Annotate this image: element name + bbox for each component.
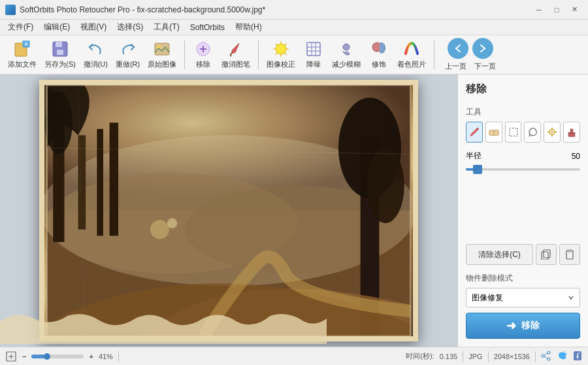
radius-label: 半径 (466, 150, 482, 162)
remove-action-button[interactable]: ➜ 移除 (466, 313, 580, 339)
stamp-tool-button[interactable] (563, 122, 580, 143)
svg-rect-40 (510, 128, 517, 136)
toolbar-separator-1 (184, 41, 185, 69)
reduce-blur-button[interactable]: 减少模糊 (329, 38, 363, 72)
photo-frame (39, 80, 418, 341)
facebook-icon[interactable] (572, 351, 583, 362)
menu-view[interactable]: 视图(V) (75, 20, 112, 34)
slider-thumb[interactable] (473, 165, 482, 174)
copy-button[interactable] (536, 244, 557, 265)
reduce-blur-icon (337, 40, 355, 58)
reduce-blur-label: 减少模糊 (332, 60, 361, 69)
menu-select[interactable]: 选择(S) (112, 20, 148, 34)
remove-button[interactable]: 移除 (190, 38, 216, 72)
menu-edit[interactable]: 编辑(E) (39, 20, 75, 34)
zoom-thumb[interactable] (44, 353, 50, 360)
toolbar-separator-3 (434, 41, 434, 69)
lasso-tool-button[interactable] (524, 122, 541, 143)
svg-rect-27 (97, 129, 103, 235)
denoise-label: 降噪 (306, 60, 321, 69)
save-as-label: 另存为(S) (44, 60, 76, 69)
tool-buttons-group (466, 122, 580, 143)
prev-page-button[interactable] (448, 38, 468, 59)
add-file-button[interactable]: + 添加文件 (5, 38, 39, 72)
remove-action-label: 移除 (521, 320, 540, 332)
clear-action-row: 清除选择(C) (466, 244, 580, 265)
svg-rect-51 (544, 250, 550, 258)
undo-brush-icon (227, 40, 245, 58)
svg-point-60 (547, 358, 550, 360)
status-separator-1 (118, 351, 119, 362)
menu-help[interactable]: 帮助(H) (230, 20, 267, 34)
close-button[interactable]: ✕ (566, 4, 583, 16)
original-image-button[interactable]: 原始图像 (145, 38, 179, 72)
radius-slider[interactable] (466, 164, 580, 175)
add-file-icon: + (13, 40, 31, 58)
panel-title: 移除 (466, 82, 580, 96)
window-controls: ─ □ ✕ (531, 4, 583, 16)
svg-rect-4 (56, 42, 62, 47)
image-correction-button[interactable]: 图像校正 (264, 38, 298, 72)
retouch-icon (370, 40, 388, 58)
prev-page-label: 上一页 (445, 61, 466, 71)
svg-point-32 (150, 220, 169, 239)
save-as-button[interactable]: 另存为(S) (42, 38, 78, 72)
zoom-plus-button[interactable]: + (89, 353, 93, 360)
twitter-icon[interactable] (557, 351, 567, 362)
tools-section-title: 工具 (466, 107, 580, 118)
undo-brush-button[interactable]: 撤消图笔 (219, 38, 253, 72)
main-area: 移除 工具 (0, 75, 588, 347)
radius-row: 半径 50 (466, 150, 580, 162)
object-removal-section: 物件删除模式 图像修复 (466, 273, 580, 307)
torn-edge (0, 307, 327, 347)
paste-button[interactable] (559, 244, 580, 265)
add-file-label: 添加文件 (8, 60, 37, 69)
menu-softorbits[interactable]: SoftOrbits (185, 22, 230, 33)
svg-point-33 (167, 218, 177, 228)
undo-button[interactable]: 撤消(U) (81, 38, 110, 72)
zoom-minus-button[interactable]: − (22, 353, 26, 360)
svg-text:+: + (25, 41, 28, 47)
maximize-button[interactable]: □ (548, 4, 565, 16)
retouch-label: 修饰 (372, 60, 386, 69)
svg-point-58 (547, 351, 550, 354)
status-separator-2 (463, 351, 463, 362)
denoise-button[interactable]: 降噪 (301, 38, 327, 72)
fit-screen-icon[interactable] (5, 351, 17, 362)
svg-rect-54 (568, 250, 572, 252)
next-page-button[interactable] (472, 38, 493, 59)
wand-tool-button[interactable] (544, 122, 561, 143)
zoom-slider[interactable] (31, 355, 84, 358)
original-image-icon (153, 40, 171, 58)
rect-select-tool-button[interactable] (505, 122, 522, 143)
clear-selection-button[interactable]: 清除选择(C) (466, 244, 533, 265)
canvas-area[interactable] (0, 75, 457, 347)
colorize-button[interactable]: 着色照片 (395, 38, 429, 72)
eraser-tool-button[interactable] (485, 122, 502, 143)
redo-label: 重做(R) (116, 60, 140, 69)
status-separator-4 (535, 351, 536, 362)
toolbar-separator-2 (258, 41, 259, 69)
save-icon (51, 40, 69, 58)
share-icon[interactable] (541, 351, 551, 362)
photo-image (39, 80, 418, 341)
action-section: 清除选择(C) 物件删除模式 图像修复 ➜ 移除 (466, 244, 580, 339)
time-label: 时间(秒): (406, 351, 434, 361)
menu-file[interactable]: 文件(F) (3, 20, 39, 34)
redo-button[interactable]: 重做(R) (113, 38, 142, 72)
status-separator-3 (488, 351, 489, 362)
denoise-icon (304, 40, 323, 58)
svg-point-31 (367, 148, 404, 223)
menu-tools[interactable]: 工具(T) (148, 20, 184, 34)
object-removal-label: 物件删除模式 (466, 273, 580, 284)
zoom-value: 41% (99, 353, 113, 360)
pencil-tool-button[interactable] (466, 122, 483, 143)
object-removal-dropdown[interactable]: 图像修复 (466, 288, 580, 307)
object-removal-value: 图像修复 (472, 292, 503, 304)
svg-line-61 (544, 353, 547, 355)
app-icon (5, 5, 16, 15)
remove-arrow-icon: ➜ (506, 319, 516, 333)
retouch-button[interactable]: 修饰 (366, 38, 392, 72)
toolbar: + 添加文件 另存为(S) 撤消(U) 重做(R) 原始图像 移除 (0, 35, 588, 75)
minimize-button[interactable]: ─ (531, 4, 547, 16)
